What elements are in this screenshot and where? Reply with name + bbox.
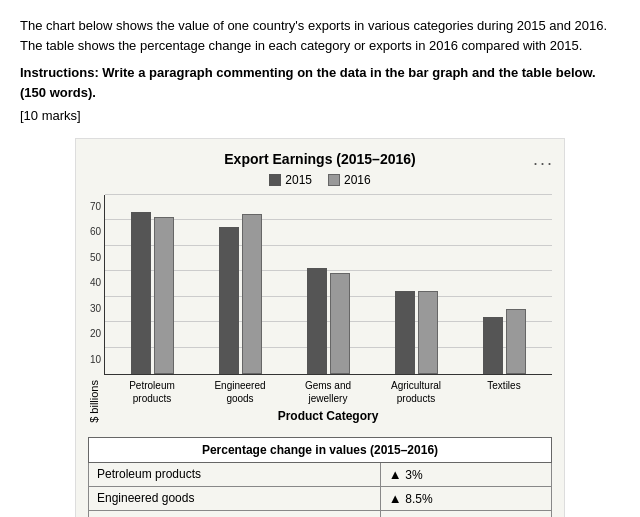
- bar-2015: [219, 227, 239, 374]
- y-tick: 60: [90, 226, 105, 237]
- intro-text: The chart below shows the value of one c…: [20, 16, 620, 55]
- chart-container: $ billions 10203040506070 Petroleumprodu…: [88, 195, 552, 423]
- bar-2016: [242, 214, 262, 373]
- table-row: Gems and jewellery▼ 5.18%: [89, 510, 552, 517]
- chart-area: ... Export Earnings (2015–2016) 2015 201…: [75, 138, 565, 518]
- value-cell: ▼ 5.18%: [380, 510, 551, 517]
- chart-inner: 10203040506070 PetroleumproductsEngineer…: [104, 195, 552, 423]
- bars-row: [105, 195, 552, 374]
- bar-2015: [131, 212, 151, 374]
- x-label: Agriculturalproducts: [376, 379, 456, 405]
- y-tick: 20: [90, 328, 105, 339]
- y-tick: 70: [90, 200, 105, 211]
- chart-title: Export Earnings (2015–2016): [88, 151, 552, 167]
- x-label: Textiles: [464, 379, 544, 405]
- x-axis-labels: PetroleumproductsEngineeredgoodsGems and…: [104, 375, 552, 405]
- category-cell: Gems and jewellery: [89, 510, 381, 517]
- bar-group: [219, 214, 262, 373]
- category-cell: Petroleum products: [89, 462, 381, 486]
- bar-group: [131, 212, 174, 374]
- legend-box-2015: [269, 174, 281, 186]
- arrow-up-icon: ▲: [389, 491, 405, 506]
- bar-2016: [506, 309, 526, 373]
- y-tick: 30: [90, 302, 105, 313]
- arrow-up-icon: ▲: [389, 467, 405, 482]
- y-tick: 50: [90, 251, 105, 262]
- bar-2016: [330, 273, 350, 373]
- percentage-table: Percentage change in values (2015–2016) …: [88, 437, 552, 518]
- table-row: Petroleum products▲ 3%: [89, 462, 552, 486]
- x-axis-title: Product Category: [104, 409, 552, 423]
- grid-and-bars: 10203040506070: [104, 195, 552, 375]
- bar-group: [483, 309, 526, 373]
- more-options-icon[interactable]: ...: [533, 149, 554, 170]
- bar-2016: [154, 217, 174, 374]
- marks-text: [10 marks]: [20, 106, 620, 126]
- table-header: Percentage change in values (2015–2016): [89, 437, 552, 462]
- x-label: Engineeredgoods: [200, 379, 280, 405]
- legend-label-2016: 2016: [344, 173, 371, 187]
- x-label: Gems andjewellery: [288, 379, 368, 405]
- bar-group: [395, 291, 438, 373]
- value-cell: ▲ 8.5%: [380, 486, 551, 510]
- bar-group: [307, 268, 350, 373]
- bar-2015: [395, 291, 415, 373]
- legend-label-2015: 2015: [285, 173, 312, 187]
- table-row: Engineered goods▲ 8.5%: [89, 486, 552, 510]
- y-tick: 40: [90, 277, 105, 288]
- legend-2015: 2015: [269, 173, 312, 187]
- table-area: Percentage change in values (2015–2016) …: [88, 437, 552, 518]
- y-axis-label: $ billions: [88, 380, 100, 423]
- legend-2016: 2016: [328, 173, 371, 187]
- category-cell: Engineered goods: [89, 486, 381, 510]
- legend-box-2016: [328, 174, 340, 186]
- bar-2015: [483, 317, 503, 374]
- bar-2016: [418, 291, 438, 373]
- chart-legend: 2015 2016: [88, 173, 552, 187]
- x-label: Petroleumproducts: [112, 379, 192, 405]
- value-cell: ▲ 3%: [380, 462, 551, 486]
- instructions-text: Instructions: Write a paragraph commenti…: [20, 63, 620, 102]
- bar-2015: [307, 268, 327, 373]
- y-tick: 10: [90, 353, 105, 364]
